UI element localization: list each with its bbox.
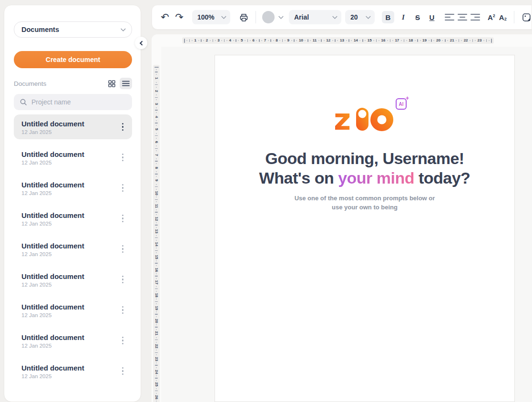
chevron-down-icon [278,14,284,19]
font-size-select[interactable]: 20 [345,10,375,24]
ruler-tick-label: 3 [154,103,158,105]
ai-plus-icon: + [406,95,409,102]
list-icon [122,80,130,87]
list-item[interactable]: Untitled document12 Jan 2025 [14,267,132,292]
list-item[interactable]: Untitled document12 Jan 2025 [14,175,132,200]
vertical-ruler[interactable]: 1234567891011121314151617181920212223242… [153,65,160,402]
sidebar: Documents Create document Documents Unti… [4,5,141,402]
ruler-tick-label: 9 [154,179,158,181]
ruler-tick-label: 22 [464,39,468,42]
horizontal-ruler[interactable]: 1234567891011121314151617181920212223 [182,37,494,44]
kebab-menu-icon[interactable] [119,182,127,194]
kebab-menu-icon[interactable] [119,274,127,286]
superscript-button[interactable]: A2 [488,13,495,21]
create-document-button[interactable]: Create document [14,51,132,68]
horizontal-ruler-strip: 1234567891011121314151617181920212223 [152,34,532,47]
document-date: 12 Jan 2025 [21,160,119,165]
font-size-value: 20 [350,13,358,21]
ruler-tick-label: 10 [154,191,158,196]
underline-button[interactable]: U [426,11,438,23]
greeting-highlight: your mind [338,169,414,187]
document-title: Untitled document [21,211,119,220]
print-button[interactable] [237,11,250,23]
ruler-tick-label: 3 [217,39,219,42]
kebab-menu-icon[interactable] [119,152,127,164]
align-right-button[interactable] [471,14,480,21]
ruler-tick-label: 7 [154,154,158,156]
bold-button[interactable]: B [382,11,394,23]
document-date: 12 Jan 2025 [21,190,119,196]
list-item[interactable]: Untitled document12 Jan 2025 [14,237,132,261]
list-item[interactable]: Untitled document12 Jan 2025 [14,206,132,231]
kebab-menu-icon[interactable] [119,213,127,225]
ruler-tick-label: 12 [326,39,330,42]
kebab-menu-icon[interactable] [119,243,127,255]
zio-logo-icon: z [335,105,394,132]
ruler-tick-label: 8 [154,166,158,168]
list-view-button[interactable] [120,78,132,89]
search-input[interactable] [31,98,117,106]
ruler-tick-label: 18 [409,39,413,42]
document-title: Untitled document [21,150,119,159]
italic-button[interactable]: I [397,11,409,23]
color-swatch-circle [262,11,275,23]
kebab-menu-icon[interactable] [119,335,127,347]
ruler-tick-label: 16 [154,268,158,272]
ruler-tick-label: 5 [154,128,158,130]
ruler-tick-label: 23 [154,357,158,361]
font-family-select[interactable]: Arial [289,10,341,24]
undo-button[interactable]: ↶ [159,11,171,23]
document-title: Untitled document [21,119,119,128]
kebab-menu-icon[interactable] [119,121,127,133]
ruler-tick-label: 18 [154,293,158,298]
insert-image-button[interactable] [521,11,532,23]
chevron-down-icon [366,14,371,19]
align-center-button[interactable] [458,14,467,21]
strikethrough-button[interactable]: S [411,11,424,23]
ruler-tick-label: 9 [287,39,289,42]
redo-icon: ↷ [175,12,184,22]
kebab-menu-icon[interactable] [119,365,127,377]
printer-icon [239,12,249,22]
ai-badge-label: AI [399,102,404,107]
list-item[interactable]: Untitled document12 Jan 2025 [14,298,132,322]
ruler-tick-label: 13 [340,39,344,42]
ruler-tick-label: 24 [154,370,158,374]
ruler-tick-label: 1 [154,77,158,79]
document-title: Untitled document [21,241,119,250]
document-page[interactable]: z AI + Good morning, Username! What's on… [215,55,515,402]
document-title: Untitled document [21,302,119,311]
ruler-tick-label: 7 [264,39,266,42]
align-left-button[interactable] [445,14,454,21]
ruler-tick-label: 10 [299,39,303,42]
ruler-tick-label: 25 [154,382,158,387]
image-icon [522,12,532,22]
text-color-picker[interactable] [262,11,282,23]
zoom-select[interactable]: 100% [192,10,230,24]
document-date: 12 Jan 2025 [21,312,119,318]
document-date: 12 Jan 2025 [21,373,119,379]
subscript-button[interactable]: A2 [499,13,507,21]
font-family-value: Arial [294,13,309,21]
ruler-tick-label: 14 [354,39,358,42]
list-item[interactable]: Untitled document12 Jan 2025 [14,328,132,353]
list-item[interactable]: Untitled document12 Jan 2025 [14,114,132,139]
document-title: Untitled document [21,272,119,281]
kebab-menu-icon[interactable] [119,304,127,316]
ai-badge: AI + [396,98,407,110]
redo-button[interactable]: ↷ [173,11,185,23]
ruler-tick-label: 13 [154,229,158,234]
document-date: 12 Jan 2025 [21,251,119,257]
workspace-selector[interactable]: Documents [14,21,132,38]
project-search [14,94,132,110]
brand-logo: z AI + [215,105,514,132]
ruler-tick-label: 5 [241,39,243,42]
ruler-tick-label: 6 [154,141,158,143]
document-date: 12 Jan 2025 [21,221,119,227]
list-item[interactable]: Untitled document12 Jan 2025 [14,145,132,170]
workspace-selector-label: Documents [21,26,59,33]
grid-view-button[interactable] [105,78,118,89]
list-item[interactable]: Untitled document12 Jan 2025 [14,359,132,383]
sidebar-collapse-button[interactable] [135,37,147,49]
ruler-tick-label: 14 [154,242,158,247]
